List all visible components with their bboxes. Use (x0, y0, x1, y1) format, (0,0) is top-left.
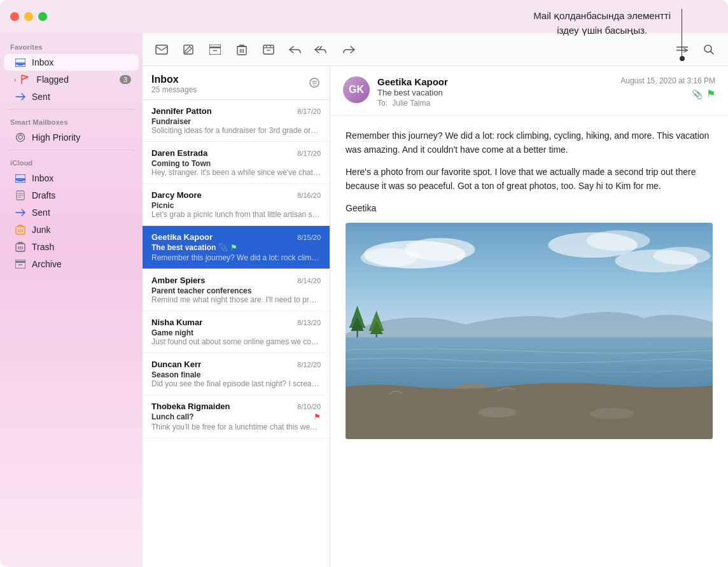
email-sender: Nisha Kumar (151, 318, 202, 327)
icloud-label: iCloud (0, 154, 143, 169)
divider-1 (8, 109, 135, 109)
flagged-chevron: › (14, 76, 16, 83)
forward-button[interactable] (340, 41, 358, 59)
flagged-badge: 3 (120, 75, 131, 84)
email-item[interactable]: Daren Estrada 8/17/20 Coming to Town Hey… (143, 142, 330, 184)
svg-rect-0 (15, 59, 25, 64)
email-date: 8/15/20 (297, 234, 321, 241)
email-preview: Did you see the final episode last night… (151, 379, 321, 388)
sidebar-item-trash[interactable]: Trash (4, 239, 139, 255)
email-item-selected[interactable]: Geetika Kapoor 8/15/20 The best vacation… (143, 226, 330, 269)
sidebar-item-icloud-inbox[interactable]: Inbox (4, 170, 139, 186)
app-window: Mail қолданбасында элементті іздеу үшін … (0, 0, 728, 567)
email-sender: Duncan Kerr (151, 360, 201, 369)
email-sender: Daren Estrada (151, 148, 207, 158)
sidebar: Favorites Inbox › (0, 33, 143, 567)
email-sender: Jennifer Patton (151, 106, 212, 116)
minimize-button[interactable] (24, 12, 33, 21)
email-list-header: Inbox 25 messages (143, 66, 330, 100)
email-preview: Soliciting ideas for a fundraiser for 3r… (151, 126, 321, 135)
svg-rect-20 (15, 260, 25, 262)
svg-point-39 (310, 78, 319, 87)
email-subject: Lunch call? (151, 412, 194, 421)
email-body-para-2: Here's a photo from our favorite spot. I… (346, 165, 713, 193)
svg-point-48 (587, 230, 650, 251)
email-date: 8/16/20 (297, 192, 321, 199)
email-subject: Picnic (151, 201, 321, 210)
sidebar-item-junk[interactable]: Junk (4, 221, 139, 238)
flagged-label: Flagged (36, 74, 117, 85)
sidebar-item-archive[interactable]: Archive (4, 256, 139, 272)
email-subject: Season finale (151, 370, 321, 379)
tooltip-dot (680, 56, 685, 61)
email-subject: Coming to Town (151, 159, 321, 168)
email-item[interactable]: Amber Spiers 8/14/20 Parent teacher conf… (143, 269, 330, 311)
tooltip-line (682, 9, 682, 59)
junk-label: Junk (32, 225, 131, 235)
email-item[interactable]: Thobeka Rigmaiden 8/10/20 Lunch call? ⚑ … (143, 395, 330, 438)
close-button[interactable] (10, 12, 19, 21)
drafts-icon (14, 190, 27, 200)
sidebar-item-high-priority[interactable]: High Priority (4, 129, 139, 146)
inbox-label: Inbox (32, 57, 131, 67)
compose-button[interactable] (179, 41, 197, 59)
email-sender: Amber Spiers (151, 276, 206, 285)
trash-icon (14, 242, 27, 252)
maximize-button[interactable] (38, 12, 47, 21)
sender-avatar: GK (343, 76, 370, 103)
email-from-name: Geetika Kapoor (377, 76, 613, 87)
flag-icon: ⚑ (230, 243, 237, 252)
email-item[interactable]: Darcy Moore 8/16/20 Picnic Let's grab a … (143, 184, 330, 226)
filter-button[interactable] (308, 78, 321, 91)
sidebar-item-inbox[interactable]: Inbox (4, 54, 139, 71)
timestamp-text: August 15, 2020 at 3:16 PM (620, 76, 715, 85)
svg-point-71 (590, 408, 634, 419)
email-viewer-body: Remember this journey? We did a lot: roc… (330, 116, 728, 567)
junk-button[interactable] (260, 41, 277, 59)
email-timestamp: August 15, 2020 at 3:16 PM 📎 ⚑ (620, 76, 715, 100)
sidebar-item-flagged[interactable]: › Flagged 3 (4, 71, 139, 88)
email-item[interactable]: Jennifer Patton 8/17/20 Fundraiser Solic… (143, 100, 330, 142)
sidebar-item-icloud-sent[interactable]: Sent (4, 204, 139, 221)
email-list-title: Inbox (151, 74, 197, 85)
drafts-label: Drafts (32, 190, 131, 200)
svg-rect-32 (263, 45, 274, 54)
email-preview: Think you'll be free for a lunchtime cha… (151, 423, 321, 431)
sidebar-item-sent[interactable]: Sent (4, 88, 139, 105)
email-subject-view: The best vacation (377, 88, 613, 97)
high-priority-label: High Priority (32, 132, 131, 143)
tooltip-line1: Mail қолданбасында элементті (533, 9, 671, 24)
email-body-signature: Geetika (346, 201, 713, 215)
sidebar-item-drafts[interactable]: Drafts (4, 187, 139, 204)
trash-button[interactable] (233, 41, 251, 59)
email-date: 8/14/20 (297, 277, 321, 284)
email-meta: Geetika Kapoor The best vacation To: Jul… (377, 76, 613, 108)
flag-icon (18, 74, 31, 85)
archive-button[interactable] (206, 41, 224, 59)
reply-button[interactable] (286, 41, 304, 59)
smart-mailbox-icon (14, 132, 27, 143)
email-item[interactable]: Duncan Kerr 8/12/20 Season finale Did yo… (143, 353, 330, 395)
new-message-button[interactable] (153, 41, 171, 59)
email-sender: Geetika Kapoor (151, 232, 213, 242)
email-item[interactable]: Nisha Kumar 8/13/20 Game night Just foun… (143, 311, 330, 353)
search-button[interactable] (700, 41, 718, 59)
smart-mailboxes-label: Smart Mailboxes (0, 113, 143, 129)
red-flag-icon: ⚑ (314, 412, 321, 421)
svg-point-46 (361, 248, 418, 267)
content-area: Inbox 25 messages (143, 66, 728, 567)
to-label: To: (377, 99, 388, 108)
email-viewer: GK Geetika Kapoor The best vacation To: … (330, 66, 728, 567)
email-body-para-1: Remember this journey? We did a lot: roc… (346, 129, 713, 157)
email-list-body: Jennifer Patton 8/17/20 Fundraiser Solic… (143, 100, 330, 567)
archive-label: Archive (32, 259, 131, 269)
email-date: 8/10/20 (297, 403, 321, 410)
email-preview: Hey, stranger. It's been a while since w… (151, 168, 321, 177)
email-preview: Just found out about some online games w… (151, 337, 321, 346)
email-viewer-header: GK Geetika Kapoor The best vacation To: … (330, 66, 728, 116)
email-subject: The best vacation (151, 243, 216, 252)
email-sender: Darcy Moore (151, 190, 202, 200)
reply-all-button[interactable] (313, 41, 331, 59)
email-date: 8/17/20 (297, 108, 321, 115)
archive-icon (14, 259, 27, 269)
